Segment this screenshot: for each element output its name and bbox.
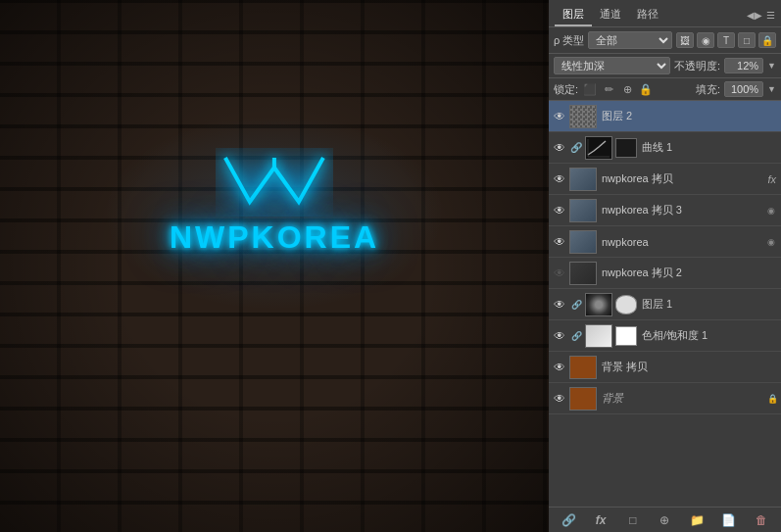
- panel-tabs: 图层 通道 路径 ◀▶ ☰: [549, 0, 781, 27]
- layer-name-curves1: 曲线 1: [639, 140, 778, 155]
- layer-link-layer1[interactable]: 🔗: [569, 297, 583, 313]
- layer-name-nwpkorea: nwpkorea: [599, 236, 762, 248]
- layer-visibility-bg[interactable]: 👁: [552, 391, 567, 407]
- neon-text: NWPKOREA: [170, 219, 379, 256]
- svg-rect-1: [586, 137, 611, 159]
- new-group-icon[interactable]: 📁: [687, 510, 707, 530]
- layer-item-layer1[interactable]: 👁 🔗 图层 1: [549, 289, 781, 320]
- layer-lock-icon-bg: 🔒: [767, 394, 778, 404]
- collapse-icon[interactable]: ◀▶: [747, 10, 762, 21]
- layer-visibility-nwpkorea-copy[interactable]: 👁: [552, 171, 567, 187]
- layer-item-nwpkorea-copy3[interactable]: 👁 nwpkorea 拷贝 3 ◉: [549, 195, 781, 226]
- layer-link-hue[interactable]: 🔗: [569, 328, 583, 344]
- filter-adjust-icon[interactable]: ◉: [697, 32, 714, 48]
- layer-name-nwpkorea-copy3: nwpkorea 拷贝 3: [599, 203, 762, 218]
- add-link-icon[interactable]: 🔗: [559, 510, 578, 530]
- canvas-area: NWPKOREA: [0, 0, 549, 532]
- lock-pixels-icon[interactable]: ⬛: [582, 81, 598, 97]
- layer-thumb-nwpkorea-copy2: [569, 262, 597, 285]
- fill-arrow-icon[interactable]: ▼: [767, 84, 776, 94]
- filter-row: ρ 类型 全部 🖼 ◉ T □ 🔒: [549, 27, 781, 54]
- layer-visibility-bg-copy[interactable]: 👁: [552, 360, 567, 375]
- layer-name-nwpkorea-copy2: nwpkorea 拷贝 2: [599, 266, 778, 280]
- neon-logo: NWPKOREA: [170, 148, 379, 256]
- lock-pos-icon[interactable]: ⊕: [619, 81, 635, 97]
- opacity-input[interactable]: 12%: [724, 58, 763, 73]
- lock-row: 锁定: ⬛ ✏ ⊕ 🔒 填充: 100% ▼: [549, 78, 781, 101]
- tab-channels[interactable]: 通道: [592, 4, 629, 26]
- layer-thumb-bg: [569, 387, 597, 411]
- layer-item-hue-saturation1[interactable]: 👁 🔗 色相/饱和度 1: [549, 320, 781, 352]
- layer-item-curves1[interactable]: 👁 🔗 曲线 1: [549, 132, 781, 164]
- layer-visibility-curves1[interactable]: 👁: [552, 140, 567, 156]
- filter-pixel-icon[interactable]: 🖼: [676, 32, 694, 48]
- tab-layers[interactable]: 图层: [555, 4, 592, 26]
- blend-row: 线性加深 不透明度: 12% ▼: [549, 54, 781, 78]
- fill-label: 填充:: [696, 82, 720, 97]
- layer-thumb-nwpkorea-copy: [569, 168, 597, 191]
- delete-layer-icon[interactable]: 🗑: [752, 510, 771, 530]
- layer-extra-icon-copy3: ◉: [764, 204, 778, 218]
- layer-name-bg: 背景: [599, 391, 765, 406]
- layers-panel: 图层 通道 路径 ◀▶ ☰ ρ 类型 全部 🖼 ◉ T □ 🔒 线性加深 不透明…: [549, 0, 781, 532]
- layer-visibility-hue-saturation1[interactable]: 👁: [552, 328, 567, 344]
- lock-all-icon[interactable]: 🔒: [638, 81, 654, 97]
- layer-visibility-nwpkorea[interactable]: 👁: [552, 234, 567, 250]
- filter-shape-icon[interactable]: □: [738, 32, 756, 48]
- layer-item-nwpkorea-copy[interactable]: 👁 nwpkorea 拷贝 fx: [549, 164, 781, 195]
- layer-item-bg-copy[interactable]: 👁 背景 拷贝: [549, 352, 781, 383]
- layer-thumb-layer1: [585, 293, 612, 316]
- blend-mode-select[interactable]: 线性加深: [554, 57, 670, 74]
- layer-mask-curves1: [615, 138, 637, 158]
- layers-list: 👁 图层 2 👁 🔗 曲线 1 👁 nwpkorea 拷贝: [549, 101, 781, 507]
- layer-name-layer1: 图层 1: [639, 297, 778, 312]
- layer-thumb-curves1: [585, 136, 612, 160]
- new-layer-icon[interactable]: 📄: [719, 510, 739, 530]
- layer-item-nwpkorea-copy2[interactable]: 👁 nwpkorea 拷贝 2: [549, 258, 781, 289]
- layer-fx-icon: fx: [767, 173, 776, 185]
- layer-name-hue-saturation1: 色相/饱和度 1: [639, 328, 778, 343]
- layer-visibility-nwpkorea-copy2[interactable]: 👁: [552, 266, 567, 281]
- panel-collapse-icons: ◀▶ ☰: [747, 10, 775, 21]
- layer-thumb-layer2: [569, 105, 597, 128]
- layer-mask-hue: [615, 326, 637, 346]
- layer-name-bg-copy: 背景 拷贝: [599, 360, 778, 374]
- layer-thumb-nwpkorea: [569, 230, 597, 254]
- opacity-label: 不透明度:: [674, 59, 720, 73]
- add-style-icon[interactable]: fx: [591, 510, 610, 530]
- lock-icons-group: ⬛ ✏ ⊕ 🔒: [582, 81, 654, 97]
- filter-type-select[interactable]: 全部: [588, 31, 672, 49]
- tab-paths[interactable]: 路径: [629, 4, 666, 26]
- panel-bottom: 🔗 fx □ ⊕ 📁 📄 🗑: [549, 507, 781, 532]
- layer-mask-layer1: [615, 295, 637, 314]
- wall-background: [0, 0, 549, 532]
- filter-text-icon[interactable]: T: [717, 32, 735, 48]
- layer-item-bg[interactable]: 👁 背景 🔒: [549, 383, 781, 414]
- layer-thumb-bg-copy: [569, 356, 597, 379]
- filter-icons: 🖼 ◉ T □ 🔒: [676, 32, 776, 48]
- layer-visibility-layer1[interactable]: 👁: [552, 297, 567, 313]
- layer-thumb-hue: [585, 324, 612, 348]
- layer-name-nwpkorea-copy: nwpkorea 拷贝: [599, 171, 765, 186]
- layer-visibility-nwpkorea-copy3[interactable]: 👁: [552, 203, 567, 218]
- add-mask-icon[interactable]: □: [623, 510, 643, 530]
- panel-menu-icon[interactable]: ☰: [766, 10, 775, 21]
- fill-input[interactable]: 100%: [724, 81, 763, 97]
- layer-item-nwpkorea[interactable]: 👁 nwpkorea ◉: [549, 226, 781, 258]
- lock-draw-icon[interactable]: ✏: [601, 81, 616, 97]
- neon-w-symbol: [170, 148, 379, 229]
- layer-thumb-nwpkorea-copy3: [569, 199, 597, 222]
- lock-label: 锁定:: [554, 82, 578, 97]
- opacity-arrow-icon[interactable]: ▼: [767, 61, 776, 71]
- layer-visibility-layer2[interactable]: 👁: [552, 109, 567, 124]
- filter-smart-icon[interactable]: 🔒: [758, 32, 776, 48]
- layer-name-layer2: 图层 2: [599, 109, 778, 123]
- filter-label: ρ 类型: [554, 33, 584, 48]
- layer-extra-icon-nwpkorea: ◉: [764, 235, 778, 249]
- layer-item-layer2[interactable]: 👁 图层 2: [549, 101, 781, 132]
- layer-link-curves1[interactable]: 🔗: [569, 140, 583, 156]
- new-fill-icon[interactable]: ⊕: [655, 510, 674, 530]
